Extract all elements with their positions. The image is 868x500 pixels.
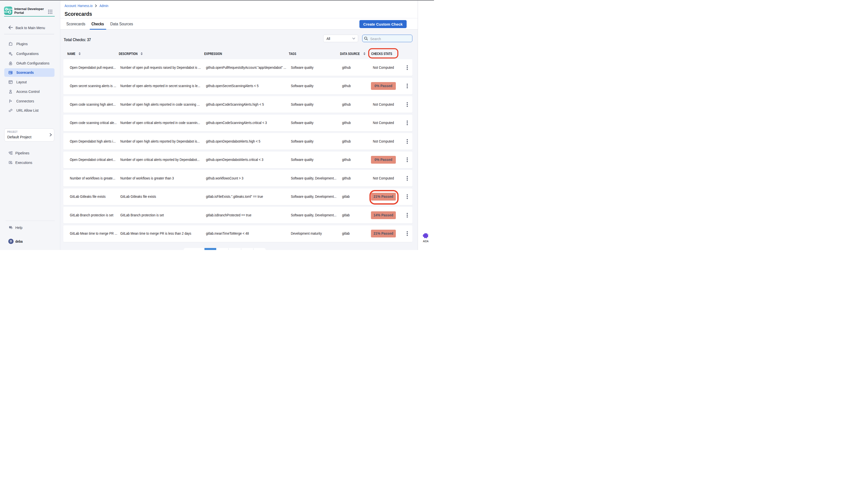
svg-text:?: ? [10, 226, 11, 228]
